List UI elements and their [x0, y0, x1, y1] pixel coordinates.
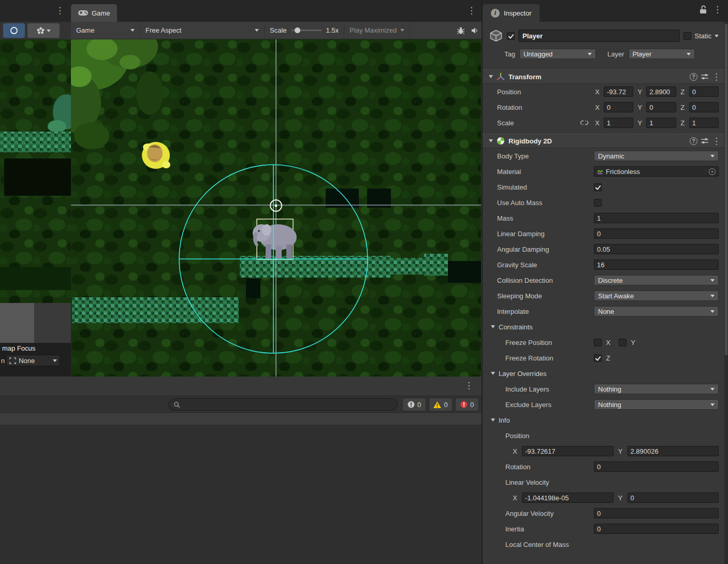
warning-count-button[interactable]: 0 [429, 398, 453, 411]
help-icon[interactable]: ? [690, 137, 697, 145]
linear-velocity-label-row: Linear Velocity [483, 474, 728, 490]
tag-label: Tag [504, 50, 515, 58]
static-checkbox[interactable] [683, 32, 691, 40]
error-count: 0 [470, 401, 474, 409]
exclude-layers-dropdown[interactable]: Nothing [594, 399, 719, 410]
info-position-x-field[interactable]: -93.72617 [522, 446, 614, 456]
scrollbar-thumb[interactable] [725, 24, 727, 355]
tab-game[interactable]: Game [71, 4, 117, 22]
collision-detection-dropdown[interactable]: Discrete [594, 275, 719, 285]
rotation-x-field[interactable]: 0 [604, 102, 633, 112]
position-z-field[interactable]: 0 [689, 86, 719, 97]
foldout-triangle-icon[interactable] [489, 139, 493, 142]
scene-strip-content[interactable] [0, 39, 71, 303]
info-rotation-field[interactable]: 0 [594, 461, 719, 472]
linear-velocity-x-field[interactable]: -1.044198e-05 [522, 493, 614, 503]
tab-inspector[interactable]: i Inspector [483, 4, 540, 22]
info-position-y-field[interactable]: 2.890026 [628, 446, 719, 456]
error-count-button[interactable]: 0 [455, 398, 479, 411]
gravity-scale-field[interactable]: 16 [594, 259, 719, 270]
include-layers-dropdown[interactable]: Nothing [594, 384, 719, 394]
constraints-foldout[interactable]: Constraints [483, 319, 728, 335]
inertia-field[interactable]: 0 [594, 524, 719, 534]
simulated-row: Simulated [483, 179, 728, 195]
sleeping-mode-dropdown[interactable]: Start Awake [594, 291, 719, 301]
brush-tool-button[interactable] [27, 23, 60, 38]
play-maximized-dropdown[interactable]: Play Maximized [344, 22, 410, 39]
debug-bug-icon[interactable] [457, 26, 465, 35]
inspector-scrollbar[interactable] [724, 22, 728, 564]
inspector-lock-icon[interactable] [700, 5, 707, 14]
gameobject-name-field[interactable]: Player [518, 30, 680, 42]
transform-header[interactable]: Transform ? ⋮ [483, 69, 728, 84]
gameobject-name: Player [522, 32, 543, 40]
component-menu-icon[interactable]: ⋮ [712, 137, 721, 146]
console-search-input[interactable] [183, 401, 392, 409]
layer-overrides-foldout[interactable]: Layer Overrides [483, 366, 728, 381]
console-log-row[interactable] [0, 413, 482, 425]
freeze-position-y-checkbox[interactable] [619, 339, 627, 346]
simulated-checkbox[interactable] [594, 183, 602, 191]
inertia-row: Inertia 0 [483, 521, 728, 537]
chevron-down-icon [53, 359, 57, 362]
rigidbody2d-title: Rigidbody 2D [508, 137, 686, 145]
rotation-z-field[interactable]: 0 [689, 102, 719, 112]
info-foldout[interactable]: Info [483, 412, 728, 428]
component-menu-icon[interactable]: ⋮ [712, 73, 721, 81]
foldout-triangle-icon[interactable] [489, 75, 493, 78]
axis-x-label: X [594, 104, 601, 111]
rotation-y-field[interactable]: 0 [646, 102, 676, 112]
inspector-menu-icon[interactable]: ⋮ [713, 5, 722, 14]
left-tab-bar: ⋮ Game ⋮ [0, 0, 482, 22]
display-dropdown[interactable]: Game [71, 22, 140, 39]
use-auto-mass-checkbox[interactable] [594, 199, 602, 207]
position-y-field[interactable]: 2.8900 [646, 86, 676, 97]
gameobject-cube-icon[interactable] [489, 28, 503, 43]
linear-velocity-y-field[interactable]: 0 [628, 493, 719, 503]
local-center-of-mass-row: Local Center of Mass [483, 537, 728, 552]
static-control[interactable]: Static [683, 32, 719, 40]
mute-audio-icon[interactable] [471, 27, 478, 34]
console-search[interactable] [168, 398, 398, 411]
freeze-position-x-checkbox[interactable] [594, 339, 602, 346]
game-viewport[interactable] [71, 39, 481, 377]
angular-damping-field[interactable]: 0.05 [594, 244, 719, 254]
scale-z-field[interactable]: 1 [689, 118, 719, 128]
help-icon[interactable]: ? [690, 73, 697, 81]
circle-tool-button[interactable] [3, 23, 25, 38]
rigidbody2d-header[interactable]: Rigidbody 2D ? ⋮ [483, 134, 728, 148]
scale-x-field[interactable]: 1 [604, 118, 633, 128]
angular-velocity-field[interactable]: 0 [594, 508, 719, 518]
material-field[interactable]: Frictionless [594, 166, 719, 177]
object-picker-icon[interactable] [709, 168, 716, 175]
body-type-dropdown[interactable]: Dynamic [594, 151, 719, 161]
presets-icon[interactable] [701, 74, 708, 80]
mass-field[interactable]: 1 [594, 213, 719, 223]
info-count-button[interactable]: 0 [402, 398, 426, 411]
scene-panel-menu-icon[interactable]: ⋮ [55, 6, 64, 15]
interpolate-dropdown[interactable]: None [594, 306, 719, 316]
game-panel-menu-icon[interactable]: ⋮ [467, 6, 476, 15]
scale-label: Scale [497, 119, 514, 127]
search-icon [173, 401, 180, 408]
presets-icon[interactable] [701, 138, 708, 144]
sprite-frame-icon [9, 357, 16, 364]
freeze-rotation-z-checkbox[interactable] [594, 354, 602, 362]
scale-y-field[interactable]: 1 [646, 118, 676, 128]
layer-dropdown[interactable]: Player [629, 49, 695, 59]
scale-control: Scale 1.5x [265, 22, 344, 39]
sleeping-mode-row: Sleeping Mode Start Awake [483, 288, 728, 303]
scale-slider[interactable] [292, 30, 322, 31]
scale-slider-knob[interactable] [295, 27, 300, 33]
scale-link-icon[interactable] [580, 120, 589, 126]
interpolate-row: Interpolate None [483, 303, 728, 319]
rigidbody2d-icon [497, 137, 505, 145]
tag-dropdown[interactable]: Untagged [519, 49, 596, 59]
aspect-ratio-dropdown[interactable]: Free Aspect [140, 22, 265, 39]
linear-damping-field[interactable]: 0 [594, 228, 719, 239]
angular-velocity-row: Angular Velocity 0 [483, 505, 728, 521]
position-x-field[interactable]: -93.72 [604, 86, 633, 97]
console-menu-icon[interactable]: ⋮ [464, 381, 473, 390]
tilemap-focus-dropdown[interactable]: None [6, 355, 60, 366]
active-checkbox[interactable] [507, 32, 515, 40]
